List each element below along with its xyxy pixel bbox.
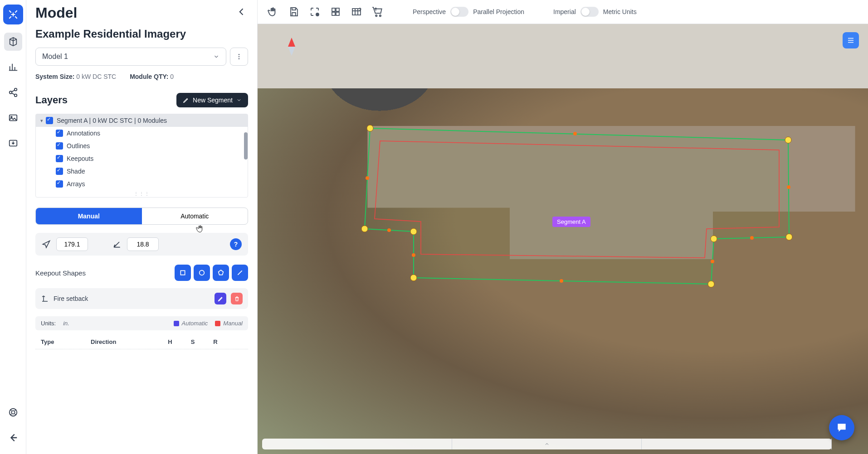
nav-image-icon[interactable] <box>4 109 22 127</box>
checkbox[interactable] <box>56 142 63 150</box>
tree-label: Outlines <box>67 142 90 150</box>
vertex-handle[interactable] <box>410 275 417 281</box>
edge-midpoint[interactable] <box>366 176 369 180</box>
mode-manual-tab[interactable]: Manual <box>36 208 142 224</box>
bottom-status-bar <box>262 439 832 449</box>
setback-table-header: Type Direction H S R <box>35 335 248 349</box>
shape-polygon-button[interactable] <box>213 265 229 281</box>
legend-color-auto <box>174 321 179 326</box>
checkbox[interactable] <box>56 130 63 137</box>
help-button[interactable]: ? <box>230 238 242 250</box>
nav-share-icon[interactable] <box>4 83 22 101</box>
model-select[interactable]: Model 1 <box>35 48 226 66</box>
nav-help-icon[interactable] <box>4 403 22 421</box>
map-layers-button[interactable] <box>843 32 859 48</box>
collapse-panel-button[interactable] <box>235 5 248 20</box>
tree-row[interactable]: Keepouts <box>36 152 248 165</box>
edge-midpoint[interactable] <box>560 279 563 283</box>
status-pane-center[interactable] <box>452 439 642 449</box>
checkbox[interactable] <box>56 155 63 162</box>
new-segment-button[interactable]: New Segment <box>176 93 248 107</box>
drag-handle-icon[interactable]: ⋮⋮⋮ <box>36 190 248 197</box>
tree-row[interactable]: Arrays <box>36 178 248 190</box>
model-menu-button[interactable] <box>230 48 248 66</box>
side-panel: Model Example Residential Imagery Model … <box>26 0 258 454</box>
tool-save-icon[interactable] <box>288 6 299 17</box>
status-pane-right[interactable] <box>642 439 832 449</box>
system-size-label: System Size: <box>35 73 74 80</box>
segment-outline[interactable] <box>365 128 789 284</box>
tree-label: Arrays <box>67 180 85 188</box>
tree-row[interactable]: Annotations <box>36 127 248 140</box>
vertex-handle[interactable] <box>361 226 368 232</box>
legend-auto-label: Automatic <box>182 320 208 327</box>
svg-point-1 <box>9 91 12 94</box>
edge-midpoint[interactable] <box>573 132 577 135</box>
edge-midpoint[interactable] <box>387 228 391 232</box>
edge-midpoint[interactable] <box>711 260 714 263</box>
checkbox[interactable] <box>46 117 53 124</box>
th-type: Type <box>41 338 91 345</box>
vertex-handle[interactable] <box>711 236 717 242</box>
delete-button[interactable] <box>231 293 243 304</box>
shape-rectangle-button[interactable] <box>175 265 191 281</box>
vertex-handle[interactable] <box>708 281 714 287</box>
th-direction: Direction <box>91 338 159 345</box>
edge-midpoint[interactable] <box>412 253 415 257</box>
th-r: R <box>204 338 227 345</box>
shape-line-button[interactable] <box>232 265 248 281</box>
units-toggle[interactable] <box>580 7 599 17</box>
angle-icon <box>112 240 122 249</box>
svg-rect-17 <box>336 12 339 15</box>
segment-label-badge[interactable]: Segment A <box>552 217 590 227</box>
vertex-handle[interactable] <box>410 228 417 235</box>
edge-midpoint[interactable] <box>787 185 790 189</box>
caret-down-icon[interactable]: ▾ <box>40 118 43 124</box>
tool-table-icon[interactable] <box>351 6 362 17</box>
svg-rect-14 <box>332 8 335 11</box>
metric-label: Metric Units <box>603 8 637 15</box>
vertex-handle[interactable] <box>786 234 792 240</box>
edge-midpoint[interactable] <box>750 236 754 240</box>
nav-3d-icon[interactable] <box>4 33 22 51</box>
pencil-icon <box>183 97 189 103</box>
svg-point-0 <box>14 88 17 91</box>
compass-arrow-icon <box>42 240 51 249</box>
module-qty-label: Module QTY: <box>130 73 168 80</box>
tree-row-segment[interactable]: ▾ Segment A | 0 kW DC STC | 0 Modules <box>36 114 248 127</box>
tool-select-icon[interactable] <box>267 6 278 18</box>
chat-button[interactable] <box>829 415 854 440</box>
tree-row[interactable]: Shade <box>36 165 248 178</box>
vertex-handle[interactable] <box>367 125 373 131</box>
units-label: Units: <box>41 320 56 327</box>
status-pane-left[interactable] <box>262 439 452 449</box>
checkbox[interactable] <box>56 168 63 175</box>
svg-rect-16 <box>332 12 335 15</box>
svg-rect-11 <box>180 270 185 275</box>
app-logo[interactable] <box>3 5 23 24</box>
projection-toggle[interactable] <box>450 7 468 17</box>
vertex-handle[interactable] <box>785 137 791 143</box>
tool-cart-icon[interactable] <box>372 6 384 18</box>
scrollbar[interactable] <box>244 132 248 159</box>
svg-point-20 <box>380 15 381 16</box>
module-qty-value: 0 <box>170 73 174 80</box>
3d-canvas[interactable]: Segment A <box>258 24 868 454</box>
system-size-value: 0 kW DC STC <box>76 73 116 80</box>
legend-manual-label: Manual <box>223 320 243 327</box>
nav-analytics-icon[interactable] <box>4 58 22 76</box>
tilt-input[interactable] <box>127 237 159 251</box>
svg-point-19 <box>375 15 377 16</box>
nav-download-icon[interactable] <box>4 134 22 152</box>
tool-grid-icon[interactable] <box>330 6 341 17</box>
azimuth-input[interactable] <box>56 237 88 251</box>
mode-automatic-tab[interactable]: Automatic <box>142 208 248 224</box>
shape-circle-button[interactable] <box>194 265 210 281</box>
segment-overlay <box>258 24 868 454</box>
nav-back-icon[interactable] <box>4 429 22 447</box>
tool-screenshot-icon[interactable] <box>309 6 320 17</box>
checkbox[interactable] <box>56 180 63 188</box>
edit-button[interactable] <box>215 293 226 304</box>
tree-row[interactable]: Outlines <box>36 140 248 152</box>
orientation-inputs: ? <box>35 233 248 256</box>
